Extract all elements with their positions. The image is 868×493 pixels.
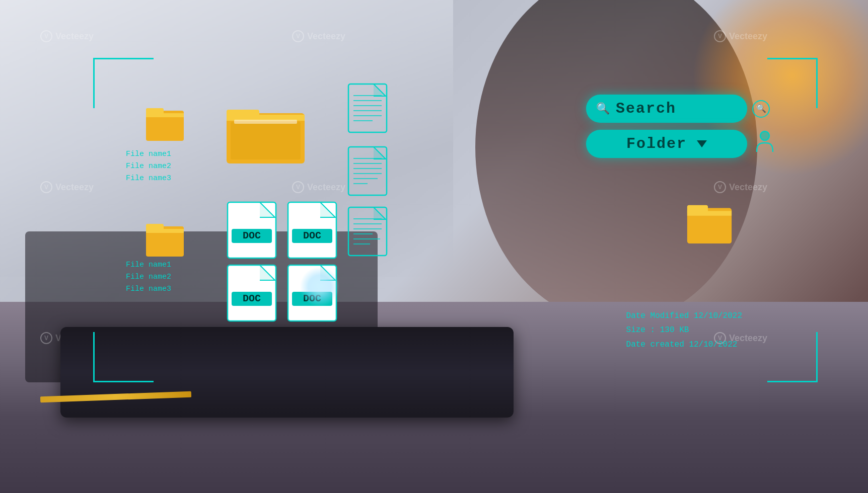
file-names-top-group: File name1 File name2 File name3: [126, 148, 171, 185]
doc-file-1[interactable]: DOC: [227, 201, 277, 259]
corner-frame-top-left: [93, 58, 154, 108]
svg-text:DOC: DOC: [303, 230, 321, 241]
folder-dropdown-label: Folder: [626, 135, 687, 152]
file-name-2-bottom: File name2: [126, 271, 171, 283]
search-icon-left: 🔍: [596, 102, 610, 116]
file-name-3-bottom: File name3: [126, 283, 171, 295]
doc-file-3[interactable]: DOC: [227, 264, 277, 322]
svg-rect-7: [234, 120, 297, 124]
date-modified-label: Date Modified: [626, 311, 689, 320]
svg-text:DOC: DOC: [243, 293, 261, 304]
svg-point-48: [760, 131, 769, 140]
folder-dropdown[interactable]: Folder: [586, 130, 747, 158]
svg-rect-10: [146, 229, 184, 233]
folder-small-middle-left: [146, 216, 184, 259]
file-names-bottom-group: File name1 File name2 File name3: [126, 259, 171, 295]
date-created-value: 12/10/2022: [689, 340, 737, 349]
folder-small-bottom-right: [687, 196, 732, 247]
file-name-2-top: File name2: [126, 160, 171, 173]
lined-doc-top: [347, 83, 388, 133]
glow-effect: [300, 267, 340, 307]
file-name-3-top: File name3: [126, 173, 171, 185]
file-info-panel: Date Modified 12/10/2022 Size : 130 KB D…: [626, 309, 742, 352]
date-created-label: Date created: [626, 340, 684, 349]
lined-doc-bottom: [347, 206, 388, 257]
corner-frame-bottom-left: [93, 332, 154, 382]
svg-text:DOC: DOC: [243, 230, 261, 241]
doc-file-2[interactable]: DOC: [287, 201, 337, 259]
svg-rect-46: [687, 211, 732, 215]
lined-doc-middle: [347, 146, 388, 196]
search-bar[interactable]: 🔍 Search 🔍: [586, 95, 747, 123]
file-name-1-bottom: File name1: [126, 259, 171, 271]
svg-rect-2: [146, 113, 184, 117]
user-icon: [755, 130, 775, 152]
search-label: Search: [616, 100, 737, 117]
date-created-row: Date created 12/10/2022: [626, 338, 742, 352]
size-row: Size : 130 KB: [626, 323, 742, 338]
folder-large-center: [227, 101, 307, 166]
date-modified-row: Date Modified 12/10/2022: [626, 309, 742, 323]
dropdown-arrow-icon: [697, 140, 707, 147]
corner-frame-bottom-right: [767, 332, 818, 382]
date-modified-value: 12/10/2022: [694, 311, 742, 320]
file-name-1-top: File name1: [126, 148, 171, 160]
svg-rect-6: [231, 122, 301, 159]
size-label: Size :: [626, 325, 656, 335]
corner-frame-top-right: [767, 58, 818, 108]
size-value: 130 KB: [660, 325, 689, 335]
